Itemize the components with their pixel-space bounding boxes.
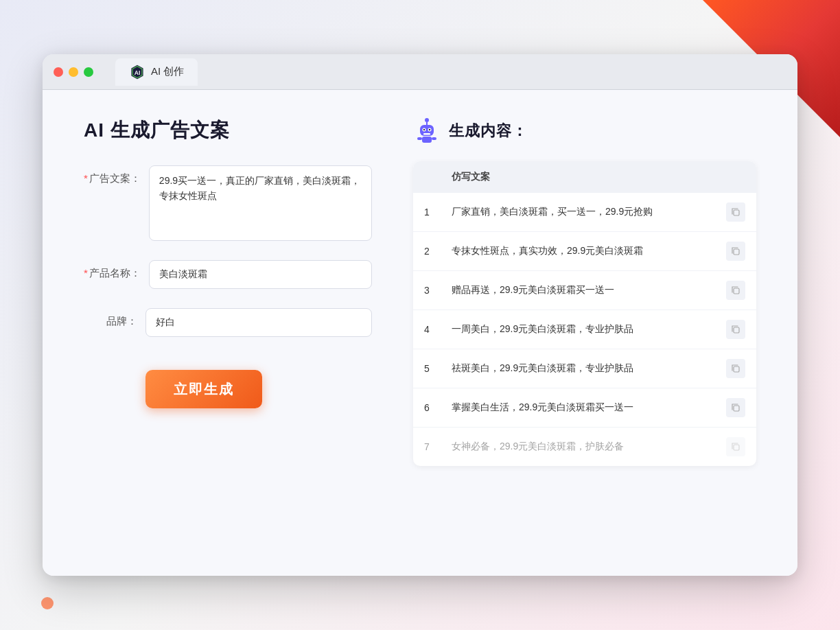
copy-cell	[715, 271, 756, 310]
svg-rect-17	[734, 327, 739, 333]
table-row: 1厂家直销，美白淡斑霜，买一送一，29.9元抢购	[413, 193, 756, 232]
row-text: 女神必备，29.9元美白淡斑霜，护肤必备	[441, 428, 715, 467]
svg-rect-11	[422, 137, 432, 143]
row-text: 掌握美白生活，29.9元美白淡斑霜买一送一	[441, 388, 715, 428]
copy-button[interactable]	[726, 398, 745, 417]
brand-row: 品牌： 好白	[84, 308, 372, 337]
ad-copy-row: *广告文案： 29.9买一送一，真正的厂家直销，美白淡斑霜，专抹女性斑点	[84, 165, 372, 241]
table-row: 2专抹女性斑点，真实功效，29.9元美白淡斑霜	[413, 232, 756, 271]
svg-rect-16	[734, 288, 739, 294]
row-text: 祛斑美白，29.9元美白淡斑霜，专业护肤品	[441, 349, 715, 388]
browser-content: AI 生成广告文案 *广告文案： 29.9买一送一，真正的厂家直销，美白淡斑霜，…	[43, 90, 797, 576]
table-row: 7女神必备，29.9元美白淡斑霜，护肤必备	[413, 428, 756, 467]
results-body: 1厂家直销，美白淡斑霜，买一送一，29.9元抢购 2专抹女性斑点，真实功效，29…	[413, 193, 756, 466]
copy-cell	[715, 428, 756, 467]
table-row: 3赠品再送，29.9元美白淡斑霜买一送一	[413, 271, 756, 310]
row-number: 2	[413, 232, 441, 271]
brand-input[interactable]: 好白	[145, 308, 372, 337]
right-header: 生成内容：	[413, 117, 756, 145]
col-num	[413, 161, 441, 193]
required-star-2: *	[84, 267, 88, 279]
tab-label: AI 创作	[151, 65, 184, 78]
required-star-1: *	[84, 172, 88, 184]
copy-cell	[715, 310, 756, 349]
table-row: 4一周美白，29.9元美白淡斑霜，专业护肤品	[413, 310, 756, 349]
traffic-lights	[54, 67, 93, 77]
ad-copy-input[interactable]: 29.9买一送一，真正的厂家直销，美白淡斑霜，专抹女性斑点	[149, 165, 372, 241]
table-header-row: 仿写文案	[413, 161, 756, 193]
copy-cell	[715, 388, 756, 428]
svg-point-9	[429, 129, 430, 130]
row-number: 6	[413, 388, 441, 428]
col-content: 仿写文案	[441, 161, 715, 193]
brand-label: 品牌：	[84, 308, 145, 328]
table-row: 6掌握美白生活，29.9元美白淡斑霜买一送一	[413, 388, 756, 428]
col-action	[715, 161, 756, 193]
row-text: 赠品再送，29.9元美白淡斑霜买一送一	[441, 271, 715, 310]
product-name-input[interactable]: 美白淡斑霜	[149, 260, 372, 289]
svg-point-3	[425, 118, 429, 122]
copy-cell	[715, 349, 756, 388]
svg-rect-12	[417, 137, 422, 140]
row-text: 一周美白，29.9元美白淡斑霜，专业护肤品	[441, 310, 715, 349]
row-text: 厂家直销，美白淡斑霜，买一送一，29.9元抢购	[441, 193, 715, 232]
product-name-row: *产品名称： 美白淡斑霜	[84, 260, 372, 289]
svg-rect-18	[734, 366, 739, 372]
row-number: 4	[413, 310, 441, 349]
copy-button[interactable]	[726, 359, 745, 378]
svg-text:AI: AI	[135, 69, 141, 76]
close-button[interactable]	[54, 67, 63, 77]
row-number: 3	[413, 271, 441, 310]
svg-rect-14	[734, 210, 739, 215]
browser-titlebar: AI AI 创作	[43, 54, 797, 90]
copy-button[interactable]	[726, 242, 745, 261]
svg-rect-15	[734, 249, 739, 255]
copy-button[interactable]	[726, 437, 745, 456]
results-table: 仿写文案 1厂家直销，美白淡斑霜，买一送一，29.9元抢购 2专抹女性斑点，真实…	[413, 161, 756, 466]
browser-window: AI AI 创作 AI 生成广告文案 *广告文案： 29.9买一送一，真正的厂家…	[43, 54, 797, 576]
copy-cell	[715, 193, 756, 232]
svg-rect-20	[734, 445, 739, 450]
page-title: AI 生成广告文案	[84, 117, 372, 143]
svg-point-8	[423, 129, 425, 130]
copy-button[interactable]	[726, 320, 745, 339]
row-number: 7	[413, 428, 441, 467]
ad-copy-label: *广告文案：	[84, 165, 149, 185]
left-panel: AI 生成广告文案 *广告文案： 29.9买一送一，真正的厂家直销，美白淡斑霜，…	[84, 117, 372, 548]
generate-button[interactable]: 立即生成	[145, 370, 262, 408]
svg-rect-10	[423, 133, 430, 135]
row-text: 专抹女性斑点，真实功效，29.9元美白淡斑霜	[441, 232, 715, 271]
robot-icon	[413, 117, 441, 145]
copy-button[interactable]	[726, 202, 745, 222]
right-title: 生成内容：	[449, 121, 528, 141]
minimize-button[interactable]	[69, 67, 78, 77]
browser-tab[interactable]: AI AI 创作	[115, 58, 198, 86]
copy-cell	[715, 232, 756, 271]
right-panel: 生成内容： 仿写文案 1厂家直销，美白淡斑霜，买一送一，29.9元抢购 2	[413, 117, 756, 548]
product-name-label: *产品名称：	[84, 260, 149, 280]
svg-rect-13	[432, 137, 436, 140]
ai-tab-icon: AI	[129, 64, 145, 80]
row-number: 5	[413, 349, 441, 388]
table-row: 5祛斑美白，29.9元美白淡斑霜，专业护肤品	[413, 349, 756, 388]
maximize-button[interactable]	[84, 67, 93, 77]
copy-button[interactable]	[726, 281, 745, 300]
row-number: 1	[413, 193, 441, 232]
svg-rect-19	[734, 406, 739, 411]
